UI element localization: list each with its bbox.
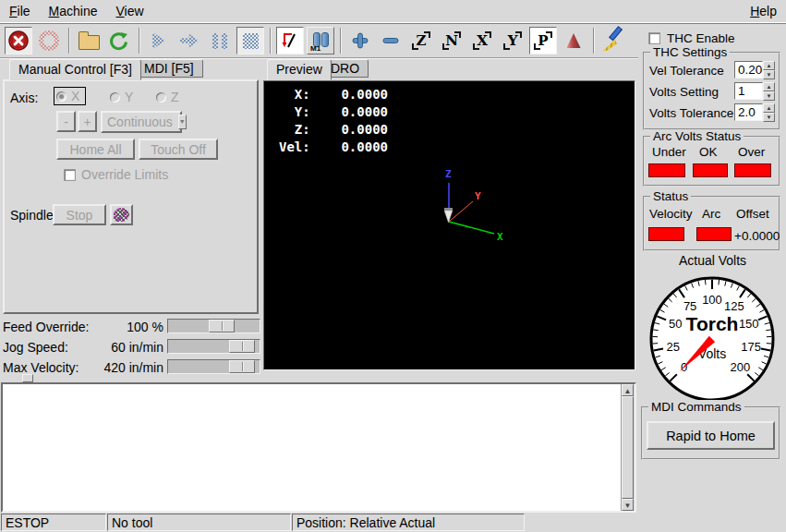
view-side-button[interactable]: Y bbox=[499, 27, 526, 54]
checkbox-box bbox=[64, 169, 76, 181]
axis-label: Axis: bbox=[10, 91, 38, 105]
run-icon bbox=[152, 32, 166, 49]
machine-power-button[interactable] bbox=[35, 27, 63, 54]
zoom-out-button[interactable] bbox=[377, 27, 405, 54]
spin-up-icon[interactable]: ▲ bbox=[763, 61, 775, 70]
vel-tolerance-label: Vel Tolerance bbox=[649, 64, 724, 78]
axis-thc-window: File Machine View Help bbox=[0, 0, 786, 532]
view-perspective-button[interactable]: P bbox=[529, 27, 557, 54]
history-scrollbar[interactable]: ▲ ▼ bbox=[621, 384, 635, 511]
menu-bar: File Machine View Help bbox=[0, 0, 786, 24]
touch-off-button[interactable]: Touch Off bbox=[139, 139, 218, 160]
pane-sash-grip[interactable] bbox=[22, 374, 33, 382]
arc-volts-status-title: Arc Volts Status bbox=[650, 129, 744, 143]
max-velocity-slider[interactable] bbox=[167, 359, 260, 374]
view-front-x-icon: X bbox=[471, 30, 493, 52]
menu-view[interactable]: View bbox=[107, 0, 153, 23]
thc-settings-title: THC Settings bbox=[650, 45, 730, 59]
spindle-label: Spindle: bbox=[10, 208, 57, 223]
spin-down-icon[interactable]: ▼ bbox=[763, 91, 775, 101]
home-all-button[interactable]: Home All bbox=[56, 139, 135, 160]
clear-plot-button[interactable] bbox=[599, 27, 627, 54]
slider-handle[interactable] bbox=[229, 360, 255, 373]
zoom-in-button[interactable] bbox=[346, 27, 374, 54]
actual-volts-caption: Actual Volts bbox=[639, 253, 786, 268]
estop-button[interactable] bbox=[5, 27, 32, 54]
axis-radio-y[interactable]: Y bbox=[110, 90, 133, 104]
scrollbar-thumb[interactable] bbox=[622, 396, 634, 499]
jog-plus-button[interactable]: + bbox=[78, 111, 97, 132]
tab-preview[interactable]: Preview bbox=[267, 59, 332, 80]
view-rotated-top-icon: N bbox=[441, 30, 463, 52]
block-delete-button[interactable] bbox=[276, 27, 304, 54]
max-velocity-row: Max Velocity: 420 in/min bbox=[0, 359, 261, 375]
scroll-up-icon[interactable]: ▲ bbox=[622, 384, 634, 396]
spindle-brake-icon bbox=[114, 208, 129, 222]
mdi-history-textarea[interactable]: ▲ ▼ bbox=[1, 382, 636, 513]
offset-label: Offset bbox=[736, 207, 769, 221]
view-front-button[interactable]: X bbox=[468, 27, 496, 54]
toolbar-separator bbox=[68, 28, 70, 54]
stop-button[interactable] bbox=[236, 27, 264, 54]
toolbar-separator bbox=[139, 28, 140, 54]
spin-down-icon[interactable]: ▼ bbox=[763, 70, 775, 79]
svg-text:125: 125 bbox=[724, 299, 744, 313]
reload-icon bbox=[108, 30, 130, 52]
spin-up-icon[interactable]: ▲ bbox=[763, 103, 775, 113]
open-file-button[interactable] bbox=[75, 27, 103, 54]
velocity-indicator bbox=[648, 227, 684, 241]
block-delete-icon bbox=[279, 30, 301, 52]
menu-machine[interactable]: Machine bbox=[40, 0, 107, 23]
scroll-down-icon[interactable]: ▼ bbox=[622, 499, 634, 511]
reload-file-button[interactable] bbox=[105, 27, 133, 54]
toolbar-separator bbox=[593, 28, 595, 54]
pause-button[interactable] bbox=[206, 27, 234, 54]
radio-circle bbox=[156, 92, 166, 103]
spin-down-icon[interactable]: ▼ bbox=[763, 113, 775, 122]
spindle-brake-button[interactable] bbox=[110, 204, 133, 225]
spindle-stop-button[interactable]: Stop bbox=[53, 204, 106, 225]
vel-tolerance-field[interactable]: 0.20 bbox=[734, 61, 763, 79]
view-rotated-top-button[interactable]: N bbox=[438, 27, 466, 54]
tab-mdi[interactable]: MDI [F5] bbox=[135, 59, 203, 78]
run-button[interactable] bbox=[145, 27, 173, 54]
rotate-view-button[interactable] bbox=[560, 27, 587, 54]
arc-indicator bbox=[696, 227, 732, 241]
view-top-z-icon: Z bbox=[410, 30, 432, 52]
status-title: Status bbox=[650, 189, 691, 203]
view-top-button[interactable]: Z bbox=[407, 27, 435, 54]
svg-text:200: 200 bbox=[731, 360, 751, 374]
preview-canvas[interactable]: X: 0.0000 Y: 0.0000 Z: 0.0000 Vel: 0.000… bbox=[263, 80, 635, 370]
jog-speed-value: 60 in/min bbox=[81, 340, 163, 355]
jog-speed-slider[interactable] bbox=[167, 339, 260, 354]
spin-up-icon[interactable]: ▲ bbox=[763, 82, 775, 91]
tool-cone-cap bbox=[444, 208, 453, 211]
checkbox-box bbox=[648, 32, 660, 44]
toolbar-separator bbox=[270, 28, 272, 54]
feed-override-slider[interactable] bbox=[167, 319, 260, 333]
radio-circle bbox=[56, 91, 67, 102]
open-folder-icon bbox=[79, 35, 100, 50]
tab-manual-control[interactable]: Manual Control [F3] bbox=[9, 59, 141, 80]
offset-value: +0.0000 bbox=[734, 229, 780, 243]
jog-minus-button[interactable]: - bbox=[56, 111, 76, 132]
optional-stop-button[interactable]: M1 bbox=[307, 27, 334, 54]
volts-tolerance-field[interactable]: 2.0 bbox=[734, 103, 763, 121]
axis-radio-z[interactable]: Z bbox=[156, 90, 179, 104]
menu-help[interactable]: Help bbox=[741, 0, 786, 23]
override-limits-checkbox[interactable]: Override Limits bbox=[64, 167, 168, 182]
rapid-to-home-button[interactable]: Rapid to Home bbox=[647, 421, 775, 450]
tool-cone-icon bbox=[444, 211, 453, 223]
volts-setting-field[interactable]: 1 bbox=[734, 82, 763, 100]
gauge-title: Torch bbox=[686, 313, 739, 334]
jog-mode-dropdown[interactable]: Continuous ▼ bbox=[101, 111, 182, 133]
y-axis-label: Y bbox=[475, 190, 481, 202]
slider-handle[interactable] bbox=[229, 340, 255, 353]
slider-handle[interactable] bbox=[209, 320, 235, 332]
statusbar-estop: ESTOP bbox=[1, 514, 106, 531]
thc-enable-checkbox[interactable]: THC Enable bbox=[648, 31, 735, 45]
ok-label: OK bbox=[699, 145, 718, 159]
menu-file[interactable]: File bbox=[0, 0, 40, 23]
step-button[interactable] bbox=[175, 27, 203, 54]
axis-radio-x[interactable]: X bbox=[54, 88, 85, 104]
